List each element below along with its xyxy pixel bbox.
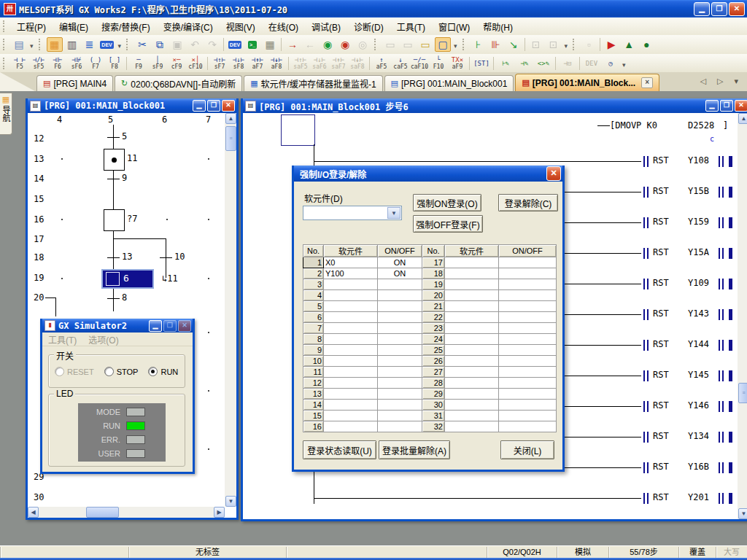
scroll-down-icon[interactable]: ▼ xyxy=(225,496,236,507)
row-number-cell[interactable]: 20 xyxy=(422,290,445,301)
row-number-cell[interactable]: 8 xyxy=(303,334,324,345)
ladder-minimize-button[interactable]: ▁ xyxy=(705,100,719,112)
row-number-cell[interactable]: 23 xyxy=(422,323,445,334)
table-cell[interactable]: Y100 xyxy=(324,268,378,279)
table-cell[interactable] xyxy=(324,389,378,400)
sfc-step-icon[interactable]: ⊦ xyxy=(471,37,487,52)
dialog-close-icon[interactable]: ✕ xyxy=(546,166,561,181)
row-number-cell[interactable]: 22 xyxy=(422,312,445,323)
ladder-symbol-F6[interactable]: ⊣⊩F6 xyxy=(48,55,67,71)
module-configuration-icon[interactable]: ▥ xyxy=(64,37,80,52)
table-cell[interactable] xyxy=(324,367,378,378)
table-cell[interactable] xyxy=(324,334,378,345)
table-cell[interactable] xyxy=(445,378,499,389)
sfc-jump-icon[interactable]: ↘ xyxy=(506,37,522,52)
table-cell[interactable] xyxy=(378,400,422,411)
row-number-cell[interactable]: 16 xyxy=(303,421,324,432)
menu-item-find-replace[interactable]: 搜索/替换(F) xyxy=(95,18,157,35)
ladder-maximize-button[interactable]: ❐ xyxy=(720,100,733,112)
table-cell[interactable] xyxy=(445,411,499,421)
table-cell[interactable] xyxy=(324,378,378,389)
row-number-cell[interactable]: 27 xyxy=(422,367,445,378)
row-number-cell[interactable]: 1 xyxy=(303,257,324,268)
table-cell[interactable] xyxy=(324,323,378,334)
sfc-vertical-scrollbar[interactable]: ▲ ≡ ▼ xyxy=(225,113,236,507)
table-cell[interactable] xyxy=(445,367,499,378)
table-cell[interactable] xyxy=(378,279,422,290)
table-cell[interactable] xyxy=(324,301,378,312)
ladder-symbol-sF9[interactable]: │sF9 xyxy=(148,55,167,71)
table-cell[interactable] xyxy=(499,323,557,334)
read-register-status-button[interactable]: 登录状态读取(U) xyxy=(303,440,376,459)
table-cell[interactable] xyxy=(445,312,499,323)
ladder-symbol-sF5[interactable]: ⊣/⊢sF5 xyxy=(29,55,48,71)
table-cell[interactable] xyxy=(499,257,557,268)
force-off-register-button[interactable]: 强制OFF登录(F) xyxy=(413,215,483,233)
menu-item-diagnostics[interactable]: 诊断(D) xyxy=(347,18,390,35)
row-number-cell[interactable]: 24 xyxy=(422,334,445,345)
table-cell[interactable] xyxy=(378,290,422,301)
simulator-titlebar[interactable]: ▮ GX Simulator2 ▁ ❐ ✕ xyxy=(42,319,193,332)
register-cancel-button[interactable]: 登录解除(C) xyxy=(498,194,558,211)
simulator-menu-options[interactable]: 选项(O) xyxy=(82,333,124,346)
sfc-close-button[interactable]: ✕ xyxy=(222,100,235,112)
row-number-cell[interactable]: 11 xyxy=(303,367,324,378)
sfc-hscroll-thumb[interactable] xyxy=(86,507,119,518)
copy-icon[interactable]: ⧉ xyxy=(152,37,168,52)
menu-item-project[interactable]: 工程(P) xyxy=(10,18,53,35)
table-cell[interactable] xyxy=(499,312,557,323)
row-number-cell[interactable]: 32 xyxy=(422,421,445,432)
sfc-transition-icon[interactable]: ⊪ xyxy=(488,37,504,52)
radio-stop[interactable]: STOP xyxy=(104,367,139,376)
ladder-symbol-sF8[interactable]: ⊣↓⊢sF8 xyxy=(229,55,248,71)
table-cell[interactable] xyxy=(378,378,422,389)
sfc-step-box[interactable] xyxy=(104,149,125,171)
toolbar-overflow-icon[interactable]: ▾ xyxy=(452,39,460,53)
dialog-titlebar[interactable]: 强制I/O登录/解除 ✕ xyxy=(294,166,562,182)
maximize-button[interactable]: ❐ xyxy=(711,2,727,16)
ladder-symbol-F5[interactable]: ⊣ ⊢F5 xyxy=(10,55,29,71)
sfc-maximize-button[interactable]: ❐ xyxy=(207,100,220,112)
table-cell[interactable]: ON xyxy=(378,257,422,268)
sfc-selected-step[interactable]: 6 xyxy=(101,269,154,289)
radio-run[interactable]: RUN xyxy=(148,367,178,376)
table-cell[interactable] xyxy=(499,301,557,312)
menu-item-edit[interactable]: 编辑(E) xyxy=(53,18,95,35)
ladder-symbol-aF8[interactable]: ⊣↡⊢aF8 xyxy=(267,55,286,71)
table-cell[interactable] xyxy=(499,334,557,345)
menu-item-view[interactable]: 视图(V) xyxy=(220,18,262,35)
table-cell[interactable]: X0 xyxy=(324,257,378,268)
ladder-close-button[interactable]: ✕ xyxy=(735,100,747,112)
ladder-symbol-aF7[interactable]: ⊣↟⊢aF7 xyxy=(248,55,267,71)
new-project-icon[interactable]: ▤ xyxy=(11,37,27,52)
table-cell[interactable] xyxy=(445,400,499,411)
table-cell[interactable] xyxy=(445,301,499,312)
scroll-up-icon[interactable]: ▲ xyxy=(738,113,747,124)
scroll-up-icon[interactable]: ▲ xyxy=(225,113,236,124)
monitor-start-icon[interactable]: ◉ xyxy=(320,37,336,52)
table-cell[interactable] xyxy=(378,312,422,323)
ladder-symbol-button[interactable]: [ST] xyxy=(472,55,491,71)
table-cell[interactable] xyxy=(445,356,499,367)
menu-item-convert-compile[interactable]: 变换/编译(C) xyxy=(157,18,220,35)
simulator-minimize-button[interactable]: ▁ xyxy=(149,320,162,332)
combo-dropdown-icon[interactable]: ▼ xyxy=(387,207,400,219)
ladder-symbol-button[interactable]: <>✎ xyxy=(534,55,553,71)
error-list-icon[interactable]: ● xyxy=(638,37,654,52)
navigation-collapsed-tab[interactable]: ▦ 导航 xyxy=(0,93,12,135)
table-cell[interactable] xyxy=(378,389,422,400)
force-on-register-button[interactable]: 强制ON登录(O) xyxy=(413,194,481,211)
ladder-cursor-cell[interactable] xyxy=(281,114,315,146)
toolbar-overflow-icon[interactable]: ▾ xyxy=(562,39,570,53)
table-cell[interactable] xyxy=(445,323,499,334)
tab-device-buffer-monitor[interactable]: ▦软元件/缓冲存储器批量监视-1 xyxy=(244,75,382,91)
ladder-window-titlebar[interactable]: ▤ [PRG] 001:MAIN_Block001 步号6 ▁ ❐ ✕ xyxy=(243,98,747,113)
table-cell[interactable] xyxy=(445,389,499,400)
row-number-cell[interactable]: 18 xyxy=(422,268,445,279)
table-cell[interactable] xyxy=(445,421,499,432)
table-cell[interactable] xyxy=(378,367,422,378)
table-cell[interactable] xyxy=(378,356,422,367)
row-number-cell[interactable]: 14 xyxy=(303,400,324,411)
table-cell[interactable] xyxy=(324,400,378,411)
table-cell[interactable] xyxy=(499,356,557,367)
